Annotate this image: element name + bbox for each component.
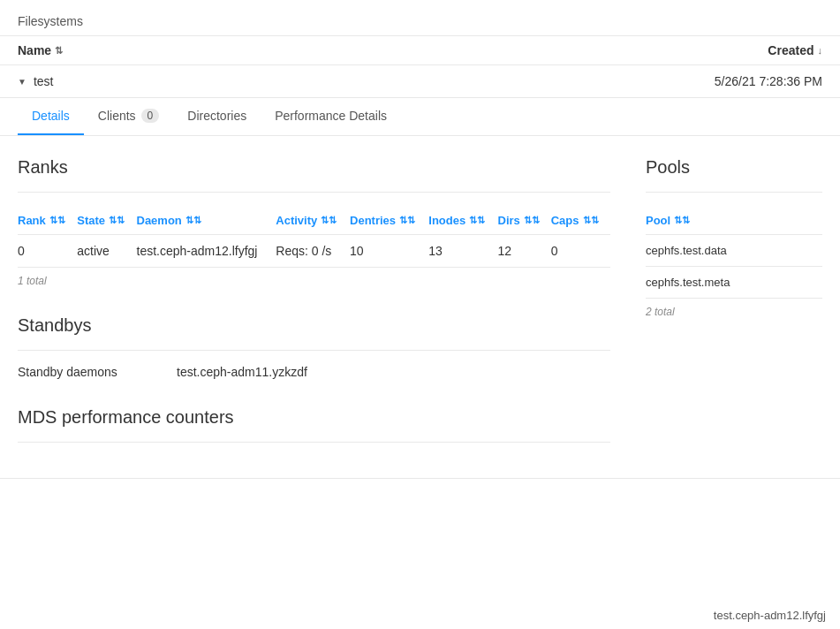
filesystem-created: 5/26/21 7:28:36 PM: [646, 74, 822, 88]
col-activity[interactable]: Activity ⇅: [276, 207, 350, 235]
ranks-table: Rank ⇅ State ⇅: [18, 207, 610, 268]
cell-state: active: [77, 235, 136, 268]
col-dentries[interactable]: Dentries ⇅: [350, 207, 428, 235]
created-column-header[interactable]: Created: [646, 43, 822, 57]
cell-activity: Reqs: 0 /s: [276, 235, 350, 268]
col-rank[interactable]: Rank ⇅: [18, 207, 77, 235]
standbys-content: Standby daemons test.ceph-adm11.yzkzdf: [18, 350, 610, 379]
name-sort-icon: [55, 44, 63, 57]
filesystem-table-header: Name Created: [0, 35, 840, 65]
list-item: cephfs.test.meta: [646, 267, 822, 299]
ranks-title: Ranks: [18, 157, 610, 178]
name-column-header[interactable]: Name: [18, 43, 646, 57]
caps-sort-icon: ⇅: [583, 215, 599, 226]
mds-title: MDS performance counters: [18, 407, 610, 428]
two-col-layout: Ranks Rank ⇅: [18, 157, 822, 457]
standbys-title: Standbys: [18, 315, 610, 336]
cell-daemon: test.ceph-adm12.lfyfgj: [137, 235, 276, 268]
mds-divider: [18, 442, 610, 443]
expand-icon: [18, 75, 26, 87]
tab-details[interactable]: Details: [18, 98, 84, 135]
pools-total: 2 total: [646, 299, 822, 318]
daemon-sort-icon: ⇅: [185, 215, 201, 226]
pool-sort-icon: ⇅: [674, 215, 690, 226]
pool-name: cephfs.test.data: [646, 235, 822, 267]
tab-bar: Details Clients 0 Directories Performanc…: [0, 98, 840, 136]
standby-label: Standby daemons: [18, 365, 177, 379]
table-row: 0activetest.ceph-adm12.lfyfgjReqs: 0 /s1…: [18, 235, 610, 268]
col-inodes[interactable]: Inodes ⇅: [428, 207, 497, 235]
clients-badge: 0: [141, 109, 160, 123]
col-daemon[interactable]: Daemon ⇅: [137, 207, 276, 235]
breadcrumb: Filesystems: [0, 0, 840, 35]
pools-table-header-row: Pool ⇅: [646, 207, 822, 235]
dentries-sort-icon: ⇅: [399, 215, 415, 226]
cell-caps: 0: [551, 235, 610, 268]
ranks-divider: [18, 192, 610, 193]
ranks-table-header-row: Rank ⇅ State ⇅: [18, 207, 610, 235]
left-column: Ranks Rank ⇅: [18, 157, 610, 457]
state-sort-icon: ⇅: [109, 215, 125, 226]
list-item: cephfs.test.data: [646, 235, 822, 267]
tab-clients[interactable]: Clients 0: [84, 98, 173, 135]
col-caps[interactable]: Caps ⇅: [551, 207, 610, 235]
col-state[interactable]: State ⇅: [77, 207, 136, 235]
pools-table: Pool ⇅ cephfs.test.datacephfs.test.meta: [646, 207, 822, 299]
pools-divider: [646, 192, 822, 193]
standby-daemons-row: Standby daemons test.ceph-adm11.yzkzdf: [18, 365, 610, 379]
detail-panel: Details Clients 0 Directories Performanc…: [0, 98, 840, 479]
cell-rank: 0: [18, 235, 77, 268]
col-dirs[interactable]: Dirs ⇅: [498, 207, 551, 235]
dirs-sort-icon: ⇅: [524, 215, 540, 226]
ranks-total: 1 total: [18, 268, 610, 287]
activity-sort-icon: ⇅: [321, 215, 337, 226]
cell-dentries: 10: [350, 235, 428, 268]
inodes-sort-icon: ⇅: [469, 215, 485, 226]
filesystem-name: test: [34, 74, 646, 88]
filesystem-row[interactable]: test 5/26/21 7:28:36 PM: [0, 65, 840, 98]
tab-directories[interactable]: Directories: [173, 98, 261, 135]
rank-sort-icon: ⇅: [49, 215, 65, 226]
mds-section: MDS performance counters: [18, 407, 610, 443]
col-pool[interactable]: Pool ⇅: [646, 207, 822, 235]
cell-dirs: 12: [498, 235, 551, 268]
standby-value: test.ceph-adm11.yzkzdf: [177, 365, 307, 379]
pool-name: cephfs.test.meta: [646, 267, 822, 299]
detail-content: Ranks Rank ⇅: [0, 136, 840, 478]
standbys-section: Standbys Standby daemons test.ceph-adm11…: [18, 315, 610, 379]
created-sort-icon: [818, 44, 823, 57]
tab-performance-details[interactable]: Performance Details: [261, 98, 401, 135]
pools-title: Pools: [646, 157, 822, 178]
cell-inodes: 13: [428, 235, 497, 268]
right-column: Pools Pool ⇅: [646, 157, 822, 457]
